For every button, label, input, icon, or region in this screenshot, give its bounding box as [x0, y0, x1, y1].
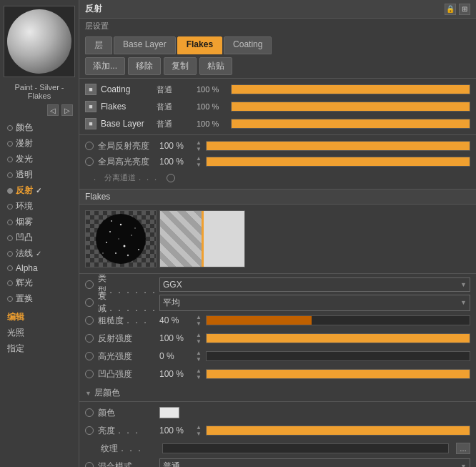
- refl-intensity-slider[interactable]: [206, 333, 470, 343]
- tab-layers[interactable]: 层: [85, 36, 112, 54]
- flakes-section-header: Flakes: [79, 189, 476, 205]
- type-dropdown-arrow: ▼: [460, 281, 467, 288]
- tab-base-layer[interactable]: Base Layer: [114, 36, 176, 54]
- decay-value: 平均: [163, 297, 180, 309]
- global-highlight-stepper[interactable]: ▲ ▼: [196, 156, 202, 168]
- layer-row-base[interactable]: ■ Base Layer 普通 100 %: [85, 116, 470, 132]
- radio-refl-intensity[interactable]: [85, 334, 94, 343]
- layer-slider-coating[interactable]: [231, 84, 470, 94]
- sidebar-item-glow2[interactable]: 辉光: [3, 275, 76, 290]
- copy-button[interactable]: 复制: [164, 57, 197, 75]
- roughness-up[interactable]: ▲: [196, 315, 202, 320]
- sidebar-item-assign[interactable]: 指定: [3, 341, 76, 356]
- sidebar-item-bump[interactable]: 凹凸: [3, 230, 76, 245]
- radio-global-highlight[interactable]: [85, 157, 94, 166]
- up-arrow2[interactable]: ▲: [196, 156, 202, 162]
- dot-transparent: [7, 172, 13, 178]
- tab-coating[interactable]: Coating: [224, 36, 272, 54]
- bright-up[interactable]: ▲: [196, 425, 202, 431]
- sidebar-item-diffuse[interactable]: 漫射: [3, 136, 76, 151]
- lock-icon[interactable]: 🔒: [445, 4, 456, 15]
- sidebar-item-edit[interactable]: 编辑: [3, 310, 76, 325]
- mix-mode-select[interactable]: 普通 ▼: [159, 458, 470, 468]
- layer-slider-flakes[interactable]: [231, 102, 470, 112]
- roughness-down[interactable]: ▼: [196, 321, 202, 327]
- sidebar-item-normal[interactable]: 法线 ✓: [3, 246, 76, 261]
- sidebar-item-lighting[interactable]: 光照: [3, 325, 76, 340]
- radio-separate-channel[interactable]: [167, 174, 175, 182]
- radio-decay[interactable]: [85, 298, 94, 307]
- refl-intensity-down[interactable]: ▼: [196, 339, 202, 345]
- down-arrow[interactable]: ▼: [196, 147, 202, 152]
- global-highlight-slider[interactable]: [206, 157, 470, 167]
- sidebar-item-displace[interactable]: 置换: [3, 291, 76, 306]
- flakes-preview-left: [85, 210, 157, 267]
- refl-intensity-up[interactable]: ▲: [196, 333, 202, 338]
- down-arrow2[interactable]: ▼: [196, 162, 202, 168]
- sidebar-item-reflection[interactable]: 反射 ✓: [3, 183, 76, 198]
- highlight-intensity-slider[interactable]: [206, 351, 470, 361]
- radio-color[interactable]: [85, 408, 94, 417]
- check-normal: ✓: [36, 250, 41, 257]
- sidebar-item-glow[interactable]: 发光: [3, 152, 76, 167]
- radio-type[interactable]: [85, 280, 94, 289]
- global-reflection-slider[interactable]: [206, 141, 470, 151]
- refl-intensity-stepper[interactable]: ▲ ▼: [196, 333, 202, 345]
- highlight-intensity-stepper[interactable]: ▲ ▼: [196, 350, 202, 363]
- sidebar-item-fog[interactable]: 烟雾: [3, 215, 76, 230]
- tab-flakes[interactable]: Flakes: [177, 36, 222, 54]
- sidebar-item-color[interactable]: 颜色: [3, 120, 76, 135]
- color-row: 颜色: [85, 405, 470, 421]
- bi-up[interactable]: ▲: [196, 368, 202, 374]
- sidebar-item-environment[interactable]: 环境: [3, 199, 76, 214]
- roughness-slider[interactable]: [206, 315, 470, 325]
- sidebar-item-alpha[interactable]: Alpha: [3, 262, 76, 275]
- decay-label: 衰减．．．．．．: [98, 290, 155, 315]
- radio-highlight-intensity[interactable]: [85, 352, 94, 360]
- radio-mix-mode[interactable]: [85, 462, 94, 467]
- radio-global-reflection[interactable]: [85, 142, 94, 150]
- color-swatch[interactable]: [159, 407, 179, 418]
- layer-color-params: 颜色 亮度．．． 100 % ▲ ▼: [79, 401, 476, 467]
- brightness-slider[interactable]: [206, 426, 470, 436]
- roughness-stepper[interactable]: ▲ ▼: [196, 315, 202, 327]
- expand-icon[interactable]: ⊞: [459, 4, 470, 15]
- type-select[interactable]: GGX ▼: [159, 277, 470, 292]
- bi-down[interactable]: ▼: [196, 375, 202, 380]
- bright-down[interactable]: ▼: [196, 431, 202, 437]
- brightness-stepper[interactable]: ▲ ▼: [196, 425, 202, 437]
- bump-intensity-slider[interactable]: [206, 369, 470, 379]
- material-preview[interactable]: [4, 6, 75, 77]
- type-value: GGX: [163, 280, 182, 290]
- bump-intensity-stepper[interactable]: ▲ ▼: [196, 368, 202, 380]
- texture-slider[interactable]: [162, 443, 449, 453]
- separate-channel-row: ． 分离通道．．．: [85, 169, 470, 186]
- layer-row-flakes[interactable]: ■ Flakes 普通 100 %: [85, 99, 470, 114]
- layer-fill-flakes: [232, 102, 470, 111]
- texture-browse-button[interactable]: …: [456, 443, 470, 454]
- up-arrow[interactable]: ▲: [196, 140, 202, 146]
- dot-diffuse: [7, 141, 13, 147]
- hi-up[interactable]: ▲: [196, 350, 202, 356]
- layer-color-header[interactable]: ▼ 层颜色: [79, 385, 476, 401]
- hi-down[interactable]: ▼: [196, 357, 202, 363]
- next-icon[interactable]: ▷: [61, 104, 73, 116]
- brightness-value: 100 %: [159, 426, 192, 436]
- radio-roughness[interactable]: [85, 316, 94, 325]
- global-highlight-value: 100 %: [159, 157, 192, 167]
- add-button[interactable]: 添加...: [85, 57, 125, 75]
- prev-icon[interactable]: ◁: [47, 104, 59, 116]
- global-reflection-stepper[interactable]: ▲ ▼: [196, 140, 202, 152]
- layer-row-coating[interactable]: ■ Coating 普通 100 %: [85, 82, 470, 97]
- paste-button[interactable]: 粘贴: [199, 57, 232, 75]
- radio-brightness[interactable]: [85, 426, 94, 435]
- sidebar-item-transparent[interactable]: 透明: [3, 167, 76, 182]
- layer-slider-base[interactable]: [231, 119, 470, 129]
- decay-select[interactable]: 平均 ▼: [159, 295, 470, 311]
- content-scroll[interactable]: 添加... 移除 复制 粘贴 ■ Coating 普通 100 %: [79, 54, 476, 467]
- panel-header: 反射 🔒 ⊞: [79, 0, 476, 19]
- remove-button[interactable]: 移除: [128, 57, 161, 75]
- bump-intensity-value: 100 %: [159, 369, 192, 379]
- radio-bump-intensity[interactable]: [85, 370, 94, 378]
- dot-reflection: [7, 188, 13, 194]
